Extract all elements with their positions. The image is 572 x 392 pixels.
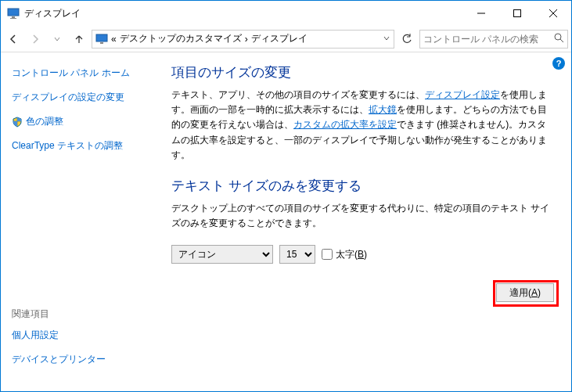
sidebar-item-label: 色の調整	[26, 115, 63, 128]
section-title-textsize: テキスト サイズのみを変更する	[171, 177, 554, 195]
item-select[interactable]: アイコン	[171, 245, 273, 264]
svg-rect-7	[96, 34, 107, 41]
svg-rect-0	[8, 9, 19, 16]
section-title-resize: 項目のサイズの変更	[171, 63, 554, 81]
section-body-textsize: デスクトップ上のすべての項目のサイズを変更する代わりに、特定の項目のテキスト サ…	[171, 201, 554, 231]
bold-checkbox[interactable]	[322, 249, 333, 260]
refresh-button[interactable]	[398, 30, 416, 49]
link-display-settings[interactable]: ディスプレイ設定	[425, 89, 500, 100]
address-bar[interactable]: « デスクトップのカスタマイズ › ディスプレイ	[92, 30, 394, 49]
sidebar: コントロール パネル ホーム ディスプレイの設定の変更 色の調整 ClearTy…	[1, 52, 165, 391]
link-custom-scaling[interactable]: カスタムの拡大率を設定	[293, 119, 397, 130]
bold-checkbox-label[interactable]: 太字(B)	[322, 248, 367, 261]
svg-rect-4	[514, 10, 521, 17]
titlebar: ディスプレイ	[1, 1, 571, 26]
back-button[interactable]	[4, 30, 23, 49]
display-icon	[7, 7, 20, 20]
up-button[interactable]	[70, 30, 88, 49]
window-title: ディスプレイ	[24, 7, 463, 20]
svg-rect-1	[12, 16, 15, 18]
search-input[interactable]	[423, 34, 553, 45]
close-button[interactable]	[535, 1, 571, 26]
controls-row: アイコン 15 太字(B)	[171, 245, 554, 264]
minimize-button[interactable]	[463, 1, 499, 26]
sidebar-related-devices[interactable]: デバイスとプリンター	[12, 353, 154, 366]
apply-button[interactable]: 適用(A)	[496, 283, 554, 302]
svg-rect-8	[100, 42, 103, 44]
search-box[interactable]	[419, 30, 568, 49]
crumb-1[interactable]: デスクトップのカスタマイズ	[120, 32, 242, 45]
link-magnifier[interactable]: 拡大鏡	[369, 104, 397, 115]
crumb-2[interactable]: ディスプレイ	[251, 32, 308, 45]
main-panel: 項目のサイズの変更 テキスト、アプリ、その他の項目のサイズを変更するには、ディス…	[165, 52, 571, 391]
navbar: « デスクトップのカスタマイズ › ディスプレイ	[1, 26, 571, 52]
section-body-resize: テキスト、アプリ、その他の項目のサイズを変更するには、ディスプレイ設定を使用しま…	[171, 88, 554, 163]
svg-line-10	[560, 39, 563, 42]
crumb-prefix: «	[111, 34, 117, 45]
forward-button[interactable]	[26, 30, 45, 49]
sidebar-item-display-settings[interactable]: ディスプレイの設定の変更	[12, 91, 154, 104]
search-icon[interactable]	[553, 32, 564, 45]
window-buttons	[463, 1, 571, 26]
recent-dropdown[interactable]	[48, 30, 67, 49]
monitor-icon	[95, 33, 108, 45]
maximize-button[interactable]	[499, 1, 535, 26]
address-dropdown-icon[interactable]	[383, 34, 390, 45]
sidebar-home[interactable]: コントロール パネル ホーム	[12, 67, 154, 80]
size-select[interactable]: 15	[279, 245, 315, 264]
content: ? コントロール パネル ホーム ディスプレイの設定の変更 色の調整 Clear…	[1, 52, 571, 391]
shield-icon	[12, 117, 23, 128]
chevron-right-icon: ›	[245, 34, 248, 45]
svg-rect-2	[10, 18, 16, 19]
related-header: 関連項目	[12, 307, 154, 321]
sidebar-item-cleartype[interactable]: ClearType テキストの調整	[12, 139, 154, 153]
breadcrumb: « デスクトップのカスタマイズ › ディスプレイ	[111, 32, 383, 45]
sidebar-item-color-calibration[interactable]: 色の調整	[12, 115, 154, 128]
svg-point-9	[555, 34, 561, 40]
sidebar-related-personalization[interactable]: 個人用設定	[12, 329, 154, 342]
